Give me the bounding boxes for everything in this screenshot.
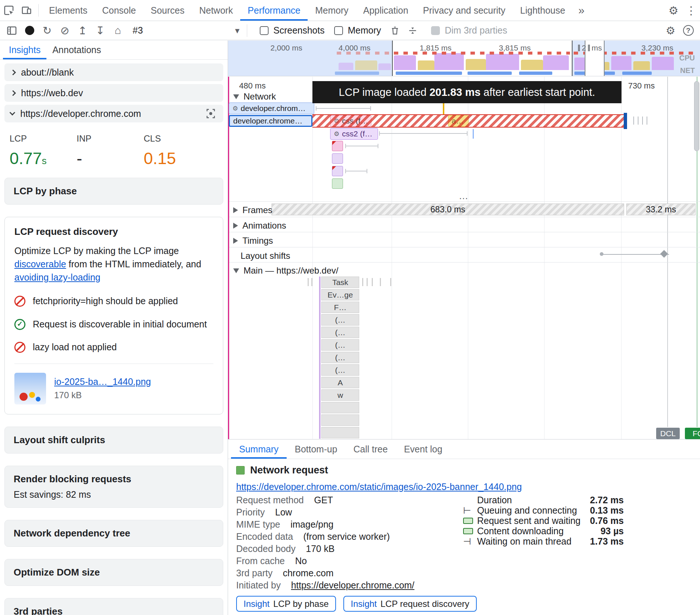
main-task-chip[interactable]: (… (321, 364, 359, 376)
main-task-chip[interactable]: w (321, 389, 359, 401)
tab-summary[interactable]: Summary (231, 439, 287, 459)
overview-zoom-label[interactable]: 2 ms (578, 44, 602, 52)
overview-boundary[interactable] (572, 41, 573, 76)
tab-sources[interactable]: Sources (143, 0, 192, 21)
reload-and-record-icon[interactable]: ↻ (38, 22, 56, 39)
device-toolbar-icon[interactable] (18, 1, 35, 19)
memory-toggle[interactable]: Memory (334, 25, 381, 36)
capture-settings-gear-icon[interactable]: ⚙ (662, 22, 679, 39)
origin-row-developer-chrome[interactable]: https://developer.chrome.com (4, 105, 223, 122)
dim-3rd-parties-checkbox[interactable] (431, 26, 440, 35)
scrollbar-thumb[interactable] (694, 81, 699, 151)
tab-performance[interactable]: Performance (240, 0, 308, 21)
main-task-chip[interactable]: Ev…ge (321, 289, 359, 300)
insight-card-layout-shift-culprits[interactable]: Layout shift culprits (4, 427, 223, 454)
insight-lcp-by-phase-button[interactable]: Insight LCP by phase (236, 596, 336, 612)
screenshots-checkbox[interactable] (260, 26, 269, 35)
dcl-marker-chip[interactable]: DCL (656, 428, 680, 439)
lcp-image-link[interactable]: io-2025-ba…_1440.png (54, 376, 151, 387)
insight-card-render-blocking[interactable]: Render blocking requests Est savings: 82… (4, 466, 223, 508)
tab-memory[interactable]: Memory (308, 0, 356, 21)
screenshots-toggle[interactable]: Screenshots (260, 25, 325, 36)
insight-card-network-dependency-tree[interactable]: Network dependency tree (4, 520, 223, 547)
network-request-entry[interactable]: ⚙ developer.chrom… (229, 102, 314, 114)
tab-call-tree[interactable]: Call tree (345, 439, 396, 459)
frames-track-header[interactable]: Frames (233, 205, 272, 215)
network-request-entry[interactable] (332, 141, 343, 151)
fc-marker-chip[interactable]: FC (685, 428, 700, 439)
timings-track-header[interactable]: Timings (233, 236, 273, 246)
insight-card-optimize-dom-size[interactable]: Optimize DOM size (4, 559, 223, 586)
tab-lighthouse[interactable]: Lighthouse (513, 0, 573, 21)
flame-chart-scrollbar[interactable] (694, 79, 699, 203)
tab-privacy-security[interactable]: Privacy and security (416, 0, 513, 21)
layout-shifts-track-header[interactable]: Layout shifts (241, 251, 290, 261)
live-metrics-home-icon[interactable]: ⌂ (109, 22, 127, 39)
discoverable-link[interactable]: discoverable (14, 259, 66, 269)
frame-current-bar[interactable]: 33.2 ms (626, 204, 696, 215)
main-thread-track-header[interactable]: Main — https://web.dev/ (233, 265, 338, 276)
network-request-entry[interactable] (332, 166, 343, 176)
memory-checkbox[interactable] (334, 26, 343, 35)
toggle-sidebar-icon[interactable] (3, 22, 21, 39)
show-more-ellipsis[interactable]: … (228, 190, 700, 201)
origin-row-about-blank[interactable]: about://blank (4, 63, 223, 81)
tab-network[interactable]: Network (192, 0, 241, 21)
metric-cls[interactable]: CLS 0.15 (144, 133, 211, 168)
main-task-chip[interactable]: A (321, 377, 359, 388)
network-request-entry-selected[interactable]: developer.chrome… (229, 115, 312, 127)
zoom-handle-icon[interactable] (578, 45, 580, 51)
tab-insights[interactable]: Insights (3, 41, 46, 59)
metric-lcp[interactable]: LCP 0.77s (10, 133, 77, 168)
collect-garbage-icon[interactable] (386, 22, 404, 39)
dim-3rd-parties-toggle[interactable]: Dim 3rd parties (431, 25, 507, 36)
network-request-entry[interactable]: ⚙ css2 (f… (330, 128, 378, 140)
tab-annotations[interactable]: Annotations (46, 41, 107, 59)
inspect-icon[interactable] (0, 1, 18, 19)
insight-lcp-request-discovery-button[interactable]: Insight LCP request discovery (343, 596, 477, 612)
insight-card-lcp-by-phase[interactable]: LCP by phase (4, 178, 223, 205)
tab-console[interactable]: Console (95, 0, 143, 21)
main-task-chip[interactable]: F… (321, 302, 359, 313)
tab-event-log[interactable]: Event log (396, 439, 450, 459)
animations-track-header[interactable]: Animations (233, 220, 286, 231)
clear-recording-icon[interactable]: ⊘ (56, 22, 74, 39)
overview-boundary[interactable] (392, 41, 393, 76)
avoiding-lazy-loading-link[interactable]: avoiding lazy-loading (14, 272, 100, 282)
timeline-overview[interactable]: 2,000 ms 4,000 ms 1,815 ms 3,815 ms 2 ms… (228, 41, 700, 76)
origin-row-web-dev[interactable]: https://web.dev (4, 84, 223, 102)
history-dropdown[interactable]: #3 ▾ (127, 22, 244, 39)
tab-elements[interactable]: Elements (42, 0, 95, 21)
insight-card-lcp-request-discovery[interactable]: LCP request discovery Optimize LCP by ma… (4, 217, 223, 414)
initiator-link[interactable]: https://developer.chrome.com/ (291, 580, 414, 591)
zoom-handle-icon[interactable] (588, 45, 590, 51)
focus-origin-icon[interactable] (204, 107, 217, 120)
network-request-entry[interactable] (332, 153, 343, 164)
settings-gear-icon[interactable]: ⚙ (665, 1, 682, 19)
collapse-tracks-icon[interactable] (404, 22, 421, 39)
tab-application[interactable]: Application (356, 0, 416, 21)
record-button[interactable] (21, 22, 38, 39)
help-icon[interactable]: ? (679, 22, 697, 39)
load-profile-icon[interactable]: ↥ (74, 22, 91, 39)
network-track-header[interactable]: Network (233, 91, 276, 102)
frame-duration-bar[interactable]: 683.0 ms (272, 204, 624, 215)
main-task-chip[interactable] (321, 414, 359, 426)
tab-bottom-up[interactable]: Bottom-up (287, 439, 345, 459)
main-task-chip[interactable]: (… (321, 314, 359, 326)
main-task-chip[interactable]: Task (321, 277, 359, 288)
main-task-chip[interactable]: (… (321, 339, 359, 351)
more-tabs-icon[interactable]: » (573, 1, 590, 19)
layout-shift-diamond-icon[interactable] (660, 250, 668, 258)
insight-card-3rd-parties[interactable]: 3rd parties (4, 598, 223, 615)
kebab-menu-icon[interactable]: ⋮ (682, 1, 700, 19)
lcp-request-highlight-bar[interactable] (312, 114, 624, 128)
main-task-chip[interactable] (321, 402, 359, 413)
flame-chart[interactable]: 480 ms 730 ms LCP image loaded 201.83 ms… (228, 77, 700, 439)
main-task-chip[interactable]: (… (321, 352, 359, 363)
request-url-link[interactable]: https://developer.chrome.com/static/imag… (236, 482, 522, 492)
save-profile-icon[interactable]: ↧ (91, 22, 109, 39)
main-task-chip[interactable]: (… (321, 327, 359, 338)
main-task-chip[interactable] (321, 427, 359, 438)
network-request-entry[interactable] (332, 178, 343, 189)
